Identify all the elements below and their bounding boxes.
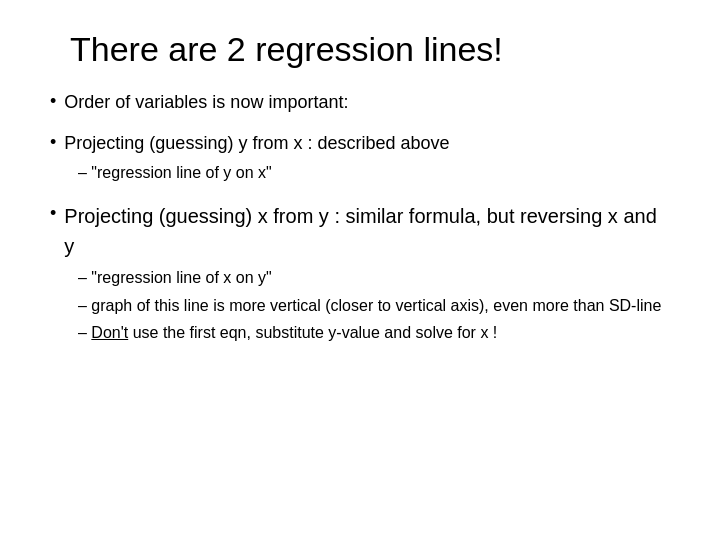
bullet-symbol-2: • [50, 132, 56, 153]
bullet-item-1: • Order of variables is now important: [50, 89, 670, 116]
sub-item-3-1: – "regression line of x on y" [78, 265, 670, 291]
dont-underline: Don't [91, 324, 128, 341]
content-area: • Order of variables is now important: •… [50, 89, 670, 356]
bullet-symbol-1: • [50, 91, 56, 112]
bullet-item-2: • Projecting (guessing) y from x : descr… [50, 130, 670, 157]
sub-item-3-3: – Don't use the first eqn, substitute y-… [78, 320, 670, 346]
bullet-text-2: Projecting (guessing) y from x : describ… [64, 130, 449, 157]
sub-text-2-1: – "regression line of y on x" [78, 161, 272, 185]
slide-container: There are 2 regression lines! • Order of… [0, 0, 720, 540]
slide-title: There are 2 regression lines! [70, 30, 670, 69]
bullet-text-1: Order of variables is now important: [64, 89, 348, 116]
bullet-item-3: • Projecting (guessing) x from y : simil… [50, 201, 670, 261]
bullet-group-3: • Projecting (guessing) x from y : simil… [50, 201, 670, 348]
sub-text-3-1: – "regression line of x on y" [78, 265, 272, 291]
bullet-group-2: • Projecting (guessing) y from x : descr… [50, 130, 670, 187]
bullet-text-3: Projecting (guessing) x from y : similar… [64, 201, 670, 261]
sub-item-3-2: – graph of this line is more vertical (c… [78, 293, 670, 319]
sub-text-3-3: – Don't use the first eqn, substitute y-… [78, 320, 497, 346]
bullet-symbol-3: • [50, 203, 56, 224]
sub-text-3-2: – graph of this line is more vertical (c… [78, 293, 661, 319]
sub-item-2-1: – "regression line of y on x" [78, 161, 670, 185]
